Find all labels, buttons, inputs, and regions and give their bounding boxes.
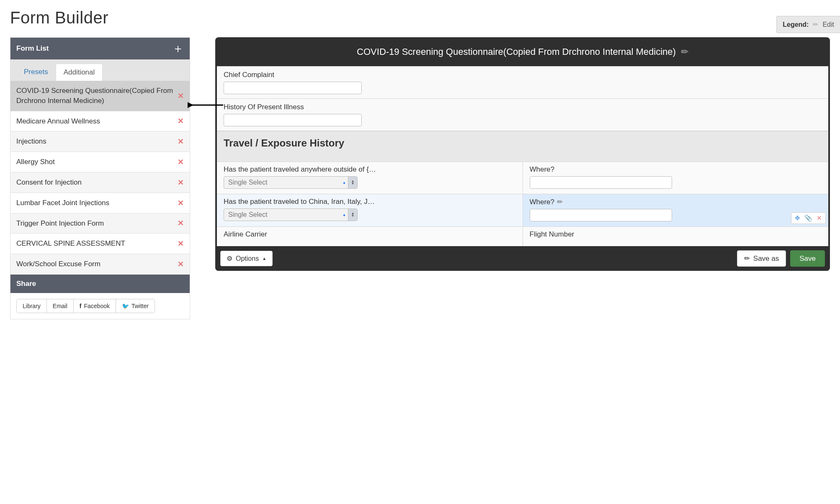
form-item[interactable]: Lumbar Facet Joint Injections ✕: [10, 193, 190, 213]
canvas-footer: ⚙ Options ▲ ✏ Save as Save: [215, 246, 830, 271]
form-canvas: COVID-19 Screening Questionnaire(Copied …: [215, 37, 830, 271]
form-item-label: Consent for Injection: [16, 177, 174, 188]
share-library-button[interactable]: Library: [17, 299, 47, 313]
legend-label: Legend:: [783, 21, 809, 28]
field-label: History Of Present Illness: [224, 103, 822, 111]
form-list: COVID-19 Screening Questionnaire(Copied …: [10, 81, 190, 275]
legend-panel: Legend: ✏ Edit: [776, 16, 840, 33]
delete-icon[interactable]: ✕: [174, 239, 184, 248]
twitter-icon: 🐦: [122, 303, 129, 309]
save-button[interactable]: Save: [790, 250, 825, 267]
delete-icon[interactable]: ✕: [817, 214, 822, 222]
field-label: Chief Complaint: [224, 71, 822, 79]
form-item-label: CERVICAL SPINE ASSESSMENT: [16, 239, 174, 249]
stepper-icon[interactable]: ▲▼: [348, 209, 357, 221]
select-value: Single Select: [224, 211, 343, 219]
delete-icon[interactable]: ✕: [174, 219, 184, 228]
section-title: Travel / Exposure History: [224, 137, 822, 149]
delete-icon[interactable]: ✕: [174, 260, 184, 269]
options-button[interactable]: ⚙ Options ▲: [220, 251, 273, 266]
delete-icon[interactable]: ✕: [174, 178, 184, 187]
field-label: Airline Carrier: [224, 230, 516, 239]
legend-edit[interactable]: Edit: [822, 21, 834, 28]
chief-complaint-input[interactable]: [224, 82, 362, 94]
share-email-button[interactable]: Email: [47, 299, 74, 313]
field-row: Airline Carrier Flight Number: [217, 226, 828, 246]
delete-icon[interactable]: ✕: [174, 198, 184, 208]
tab-presets[interactable]: Presets: [16, 64, 56, 81]
field-label: Has the patient traveled to China, Iran,…: [224, 198, 516, 206]
form-item[interactable]: Injections ✕: [10, 131, 190, 152]
single-select[interactable]: Single Select ● ▲▼: [224, 176, 358, 189]
where-label: Where?: [530, 198, 555, 206]
pencil-icon: ✏: [744, 254, 750, 263]
delete-icon[interactable]: ✕: [174, 157, 184, 167]
saveas-label: Save as: [753, 255, 779, 263]
tabs: Presets Additional: [10, 59, 190, 81]
form-item[interactable]: Allergy Shot ✕: [10, 152, 190, 172]
hpi-input[interactable]: [224, 114, 362, 126]
form-item[interactable]: CERVICAL SPINE ASSESSMENT ✕: [10, 234, 190, 254]
save-as-button[interactable]: ✏ Save as: [737, 250, 786, 267]
form-item[interactable]: Consent for Injection ✕: [10, 172, 190, 193]
share-facebook-button[interactable]: fFacebook: [74, 299, 116, 313]
select-value: Single Select: [224, 179, 343, 186]
section-header: Travel / Exposure History: [217, 131, 828, 162]
field-toolbar: ✥ 📎 ✕: [791, 212, 826, 224]
sidebar-title: Form List: [16, 44, 49, 53]
where-input[interactable]: [530, 209, 672, 221]
move-icon[interactable]: ✥: [795, 214, 800, 222]
stepper-icon[interactable]: ▲▼: [348, 177, 357, 188]
form-item[interactable]: Trigger Point Injection Form ✕: [10, 213, 190, 234]
field-row: Has the patient traveled anywhere outsid…: [217, 162, 828, 194]
field-label: Has the patient traveled anywhere outsid…: [224, 165, 516, 174]
canvas-title-bar: COVID-19 Screening Questionnaire(Copied …: [215, 37, 830, 66]
options-label: Options: [236, 255, 259, 262]
field-label: Flight Number: [530, 230, 822, 239]
field-label: Where?✏: [530, 198, 822, 206]
facebook-icon: f: [80, 303, 82, 309]
form-item-label: Work/School Excuse Form: [16, 259, 174, 269]
field-label: Where?: [530, 165, 822, 174]
add-form-button[interactable]: ＋: [172, 43, 184, 54]
form-item-label: COVID-19 Screening Questionnaire(Copied …: [16, 86, 174, 106]
delete-icon[interactable]: ✕: [174, 91, 184, 100]
form-item[interactable]: COVID-19 Screening Questionnaire(Copied …: [10, 81, 190, 111]
form-item[interactable]: Work/School Excuse Form ✕: [10, 254, 190, 275]
share-twitter-label: Twitter: [131, 303, 149, 309]
share-row: Library Email fFacebook 🐦Twitter: [10, 293, 190, 319]
share-header: Share: [10, 275, 190, 293]
form-list-sidebar: Form List ＋ Presets Additional COVID-19 …: [10, 37, 190, 319]
attachment-icon[interactable]: 📎: [804, 214, 812, 222]
gear-icon: ⚙: [227, 255, 232, 262]
indicator-dot-icon: ●: [343, 213, 348, 217]
delete-icon[interactable]: ✕: [174, 116, 184, 126]
page-title: Form Builder: [10, 8, 830, 27]
pencil-icon[interactable]: ✏: [813, 21, 818, 28]
caret-up-icon: ▲: [262, 256, 266, 261]
pencil-icon[interactable]: ✏: [681, 45, 688, 59]
form-item-label: Medicare Annual Wellness: [16, 116, 174, 126]
tab-additional[interactable]: Additional: [56, 64, 103, 81]
indicator-dot-icon: ●: [343, 180, 348, 185]
form-item-label: Lumbar Facet Joint Injections: [16, 198, 174, 208]
canvas-title: COVID-19 Screening Questionnaire(Copied …: [357, 45, 676, 59]
field-row-selected: Has the patient traveled to China, Iran,…: [217, 194, 828, 226]
form-item-label: Allergy Shot: [16, 157, 174, 167]
single-select[interactable]: Single Select ● ▲▼: [224, 208, 358, 221]
where-input[interactable]: [530, 176, 672, 189]
sidebar-header: Form List ＋: [10, 38, 190, 59]
form-item[interactable]: Medicare Annual Wellness ✕: [10, 111, 190, 132]
delete-icon[interactable]: ✕: [174, 137, 184, 146]
form-item-label: Injections: [16, 136, 174, 147]
share-facebook-label: Facebook: [84, 303, 109, 309]
share-twitter-button[interactable]: 🐦Twitter: [116, 299, 155, 313]
form-item-label: Trigger Point Injection Form: [16, 219, 174, 229]
pencil-icon[interactable]: ✏: [557, 198, 563, 206]
